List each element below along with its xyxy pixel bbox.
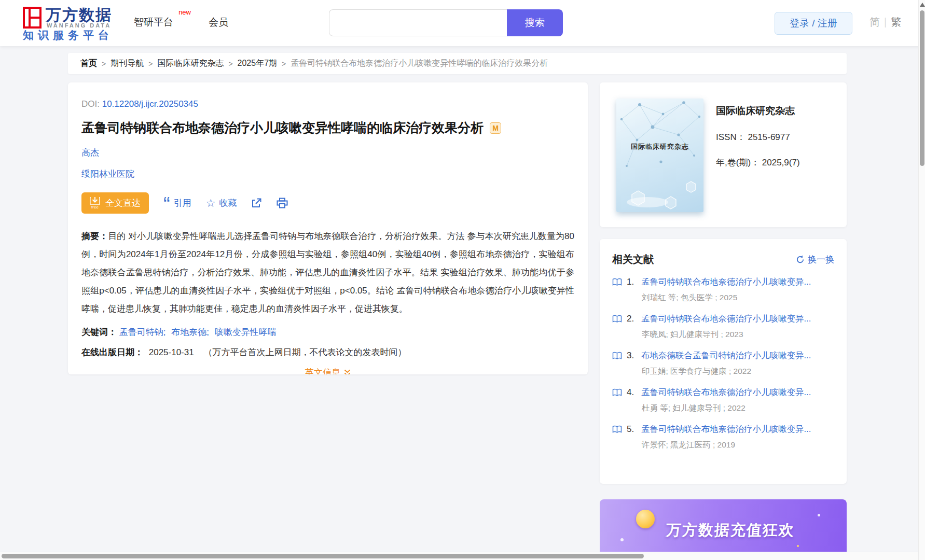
nav-zhiyan-platform[interactable]: 智研平台 new xyxy=(134,16,173,29)
page: 万方数据 WANFANG DATA 知识服务平台 智研平台 new 会员 搜索 … xyxy=(0,0,925,560)
keywords-label: 关键词： xyxy=(81,327,117,337)
related-item-meta: 杜勇 等; 妇儿健康导刊 ; 2022 xyxy=(642,403,834,414)
abstract: 摘要：目的 对小儿咳嗽变异性哮喘患儿选择孟鲁司特钠与布地奈德联合治疗，分析治疗效… xyxy=(81,227,574,318)
cite-button[interactable]: 引用 xyxy=(163,197,191,209)
related-item-title[interactable]: 孟鲁司特钠联合布地奈德治疗小儿咳嗽变异... xyxy=(641,424,834,435)
horizontal-scrollbar-thumb[interactable] xyxy=(2,554,644,558)
coin-icon xyxy=(636,510,655,528)
keyword-link[interactable]: 咳嗽变异性哮喘 xyxy=(215,327,277,337)
refresh-label: 换一换 xyxy=(808,254,834,265)
sparkle-decoration xyxy=(797,545,799,547)
favorite-label: 收藏 xyxy=(219,197,237,209)
search-bar: 搜索 xyxy=(329,9,563,36)
fulltext-label: 全文直达 xyxy=(105,197,141,209)
vertical-scrollbar xyxy=(918,0,925,560)
related-header: 相关文献 换一换 xyxy=(612,253,834,267)
related-item-title[interactable]: 孟鲁司特钠联合布地奈德治疗小儿咳嗽变异... xyxy=(641,387,834,398)
top-header: 万方数据 WANFANG DATA 知识服务平台 智研平台 new 会员 搜索 … xyxy=(0,0,925,46)
journal-name-link[interactable]: 国际临床研究杂志 xyxy=(716,104,800,118)
sparkle-decoration xyxy=(818,514,820,516)
share-button[interactable] xyxy=(251,198,262,208)
author-link[interactable]: 高杰 xyxy=(81,148,99,158)
affiliation-link[interactable]: 绥阳林业医院 xyxy=(81,169,134,179)
book-icon xyxy=(612,315,622,323)
issn-label: ISSN： xyxy=(716,132,745,142)
related-item: 3. 布地奈德联合孟鲁司特钠治疗小儿咳嗽变异... 印玉娟; 医学食疗与健康 ;… xyxy=(612,350,834,377)
breadcrumb: 首页 > 期刊导航 > 国际临床研究杂志 > 2025年7期 > 孟鲁司特钠联合… xyxy=(68,53,847,74)
scroll-up-arrow[interactable] xyxy=(920,3,925,7)
fulltext-button[interactable]: free 全文直达 xyxy=(81,192,149,214)
article-title: 孟鲁司特钠联合布地奈德治疗小儿咳嗽变异性哮喘的临床治疗效果分析M xyxy=(81,119,574,136)
related-title: 相关文献 xyxy=(612,253,654,267)
related-item-title[interactable]: 布地奈德联合孟鲁司特钠治疗小儿咳嗽变异... xyxy=(641,350,834,361)
breadcrumb-current: 孟鲁司特钠联合布地奈德治疗小儿咳嗽变异性哮喘的临床治疗效果分析 xyxy=(291,58,548,69)
lang-divider: | xyxy=(884,16,887,27)
journal-volume: 年,卷(期)： 2025,9(7) xyxy=(716,157,800,169)
affiliation-line: 绥阳林业医院 xyxy=(81,168,574,180)
book-icon xyxy=(612,278,622,286)
breadcrumb-journal-nav[interactable]: 期刊导航 xyxy=(111,58,144,69)
doi-line: DOI: 10.12208/j.ijcr.20250345 xyxy=(81,99,574,109)
search-button[interactable]: 搜索 xyxy=(507,9,563,36)
issn-value: 2515-6977 xyxy=(748,132,790,142)
vertical-scrollbar-thumb[interactable] xyxy=(920,10,924,166)
breadcrumb-journal[interactable]: 国际临床研究杂志 xyxy=(157,58,224,69)
article-card: DOI: 10.12208/j.ijcr.20250345 孟鲁司特钠联合布地奈… xyxy=(68,82,588,374)
wanfang-logo-icon[interactable] xyxy=(23,6,42,29)
search-input[interactable] xyxy=(329,9,507,36)
medline-badge: M xyxy=(490,122,501,134)
journal-cover-art xyxy=(616,99,703,212)
lang-simplified[interactable]: 简 xyxy=(869,16,880,27)
cite-label: 引用 xyxy=(174,197,191,209)
keyword-link[interactable]: 布地奈德 xyxy=(171,327,206,337)
keyword-link[interactable]: 孟鲁司特钠 xyxy=(119,327,163,337)
journal-issn: ISSN： 2515-6977 xyxy=(716,131,800,143)
article-title-text: 孟鲁司特钠联合布地奈德治疗小儿咳嗽变异性哮喘的临床治疗效果分析 xyxy=(81,120,484,135)
print-button[interactable] xyxy=(277,198,288,208)
breadcrumb-issue[interactable]: 2025年7期 xyxy=(238,58,278,69)
online-date-line: 在线出版日期： 2025-10-31 （万方平台首次上网日期，不代表论文的发表时… xyxy=(81,346,574,358)
star-icon xyxy=(206,197,216,209)
related-item-number: 4. xyxy=(627,387,641,398)
doi-link[interactable]: 10.12208/j.ijcr.20250345 xyxy=(102,99,198,109)
promo-banner[interactable]: 万方数据充值狂欢 xyxy=(600,499,847,557)
abstract-label: 摘要： xyxy=(81,231,108,241)
related-item-meta: 李晓凤; 妇儿健康导刊 ; 2023 xyxy=(642,329,834,340)
volume-value: 2025,9(7) xyxy=(762,158,800,167)
nav-zhiyan-label: 智研平台 xyxy=(134,17,173,27)
nav-member[interactable]: 会员 xyxy=(209,16,228,29)
volume-label: 年,卷(期)： xyxy=(716,158,760,167)
online-date-note: （万方平台首次上网日期，不代表论文的发表时间） xyxy=(203,347,406,357)
article-actions: free 全文直达 引用 收藏 xyxy=(81,192,574,214)
breadcrumb-separator: > xyxy=(282,60,286,68)
book-icon xyxy=(612,388,622,397)
breadcrumb-separator: > xyxy=(228,60,232,68)
english-info-toggle[interactable]: 英文信息 xyxy=(81,367,574,374)
related-item: 2. 孟鲁司特钠联合布地奈德治疗小儿咳嗽变异... 李晓凤; 妇儿健康导刊 ; … xyxy=(612,313,834,340)
login-register-button[interactable]: 登录 / 注册 xyxy=(775,12,852,35)
favorite-button[interactable]: 收藏 xyxy=(206,197,237,209)
lang-traditional[interactable]: 繁 xyxy=(891,16,901,27)
language-switcher: 简|繁 xyxy=(869,15,901,29)
related-item-title[interactable]: 孟鲁司特钠联合布地奈德治疗小儿咳嗽变异... xyxy=(641,313,834,325)
online-date-value: 2025-10-31 xyxy=(149,347,194,357)
abstract-text: 目的 对小儿咳嗽变异性哮喘患儿选择孟鲁司特钠与布地奈德联合治疗，分析治疗效果。方… xyxy=(81,231,574,314)
journal-cover-title: 国际临床研究杂志 xyxy=(616,142,703,151)
related-item-number: 3. xyxy=(627,351,641,361)
keyword-separator: ; xyxy=(163,327,166,337)
related-item-number: 2. xyxy=(627,314,641,324)
journal-cover[interactable]: 国际临床研究杂志 xyxy=(616,99,703,212)
related-item-title[interactable]: 孟鲁司特钠联合布地奈德治疗小儿咳嗽变异... xyxy=(641,276,834,288)
share-icon xyxy=(251,198,262,208)
refresh-related-button[interactable]: 换一换 xyxy=(796,254,834,265)
breadcrumb-home[interactable]: 首页 xyxy=(80,58,97,69)
online-date-label: 在线出版日期： xyxy=(81,347,143,357)
quote-icon xyxy=(163,197,170,209)
breadcrumb-separator: > xyxy=(102,60,106,68)
english-info-label: 英文信息 xyxy=(305,367,340,374)
book-icon xyxy=(612,425,622,433)
horizontal-scrollbar xyxy=(0,552,925,560)
related-item-meta: 印玉娟; 医学食疗与健康 ; 2022 xyxy=(642,366,834,377)
free-tag: free xyxy=(91,205,99,209)
journal-info: 国际临床研究杂志 ISSN： 2515-6977 年,卷(期)： 2025,9(… xyxy=(716,104,800,169)
